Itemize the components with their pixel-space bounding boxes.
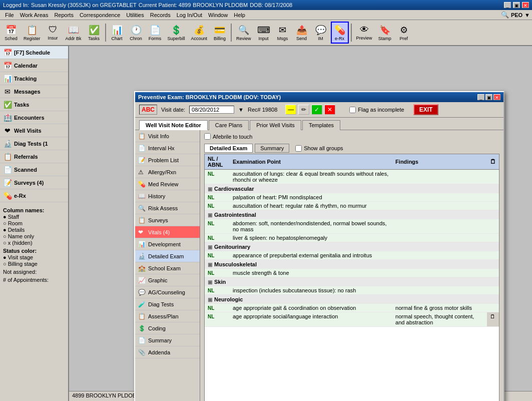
table-row[interactable]: NL palpation of heart: PMI nondisplaced <box>205 193 499 202</box>
tab-care-plans[interactable]: Care Plans <box>209 120 249 130</box>
table-row[interactable]: NL auscultation of lungs: clear & equal … <box>205 170 499 184</box>
sidebar-item-encounters[interactable]: 🏥 Encounters <box>0 111 68 124</box>
nav-graphic[interactable]: 📈 Graphic <box>135 274 200 286</box>
sidebar-item-well-visits[interactable]: ❤ Well Visits <box>0 124 68 137</box>
pref-button[interactable]: ⚙ Pref <box>395 22 413 44</box>
sidebar-item-erx[interactable]: 💊 e-Rx <box>0 189 68 202</box>
flag-yellow-button[interactable]: — <box>285 105 296 115</box>
forms-button[interactable]: 📄 Forms <box>146 22 164 44</box>
menu-utilities[interactable]: Utilities <box>123 12 147 19</box>
chron-button[interactable]: 🕐 Chron <box>127 22 145 44</box>
sidebar-item-surveys[interactable]: 📝 Surveys (4) <box>0 176 68 189</box>
stamp-button[interactable]: 🔖 Stamp <box>376 22 394 44</box>
table-row[interactable]: NL liver & spleen: no hepatosplenomegaly <box>205 234 499 242</box>
exit-button[interactable]: EXIT <box>413 104 439 115</box>
modal-minimize-button[interactable]: _ <box>477 94 484 100</box>
staff-radio-row[interactable]: ● Staff <box>3 214 65 220</box>
spell-check-icon[interactable]: ABC <box>139 105 157 115</box>
nav-assess-plan[interactable]: 📋 Assess/Plan <box>135 310 200 322</box>
restore-button[interactable]: ▣ <box>513 2 520 8</box>
table-row[interactable]: NL inspection (includes subcutaneous tis… <box>205 286 499 295</box>
review-button[interactable]: 🔍 Review <box>234 22 254 44</box>
menu-login-out[interactable]: Log In/Out <box>174 12 205 19</box>
insur-button[interactable]: 🛡 Insur <box>44 22 62 44</box>
table-row[interactable]: NL auscultation of heart: regular rate &… <box>205 202 499 210</box>
sched-button[interactable]: 📅 Sched <box>2 22 20 44</box>
sidebar-item-calendar[interactable]: 📅 Calendar <box>0 59 68 72</box>
menu-correspondence[interactable]: Correspondence <box>77 12 123 19</box>
nav-detailed-exam[interactable]: 🔬 Detailed Exam <box>135 250 200 262</box>
billing-stage-radio[interactable]: ○ Billing stage <box>3 261 65 267</box>
sidebar-item-tracking[interactable]: 📊 Tracking <box>0 72 68 85</box>
menu-records[interactable]: Records <box>147 12 174 19</box>
sidebar-item-schedule[interactable]: 📅 [F7] Schedule <box>0 46 68 59</box>
nav-visit-info[interactable]: 📋 Visit Info <box>135 130 200 142</box>
flag-incomplete-checkbox[interactable]: Flag as incomplete <box>349 107 404 113</box>
erx-button[interactable]: 💊 e-Rx <box>331 22 349 44</box>
visit-date-input[interactable] <box>189 106 234 114</box>
table-row[interactable]: NL age appropriate social/language inter… <box>205 312 499 327</box>
account-button[interactable]: 💰 Account <box>189 22 210 44</box>
menu-window[interactable]: Window <box>205 12 231 19</box>
sidebar-item-tasks[interactable]: ✅ Tasks <box>0 98 68 111</box>
addrbook-button[interactable]: 📖 Addr Bk <box>63 22 84 44</box>
nav-interval-hx[interactable]: 📄 Interval Hx <box>135 142 200 154</box>
table-row[interactable]: NL muscle strength & tone <box>205 269 499 277</box>
superbill-button[interactable]: 💲 Superbill <box>165 22 188 44</box>
nav-ag-counseling[interactable]: 💬 AG/Counseling <box>135 286 200 298</box>
table-scroll-icon[interactable]: 🗒 <box>490 158 496 165</box>
afebrile-checkbox[interactable]: Afebrile to touch <box>204 133 253 140</box>
nav-med-review[interactable]: 💊 Med Review <box>135 178 200 190</box>
register-button[interactable]: 📋 Register <box>21 22 43 44</box>
sidebar-item-diag-tests[interactable]: 🔬 Diag Tests (1 <box>0 137 68 150</box>
sidebar-item-messages[interactable]: ✉ Messages <box>0 85 68 98</box>
tasks-button[interactable]: ✅ Tasks <box>85 22 103 44</box>
table-row[interactable]: NL age appropriate gait & coordination o… <box>205 304 499 312</box>
nav-risk-assess[interactable]: 🔍 Risk Assess <box>135 202 200 214</box>
edit-button[interactable]: ✏ <box>298 105 309 115</box>
modal-close-button[interactable]: ✕ <box>493 94 500 100</box>
nav-allergy-rxn[interactable]: ⚠ Allergy/Rxn <box>135 166 200 178</box>
tab-well-visit-note-editor[interactable]: Well Visit Note Editor <box>139 120 208 130</box>
nav-coding[interactable]: 💲 Coding <box>135 322 200 334</box>
nav-development[interactable]: 📊 Development <box>135 238 200 250</box>
show-all-groups-checkbox[interactable]: Show all groups <box>295 145 343 152</box>
subtab-summary[interactable]: Summary <box>255 144 289 153</box>
chart-button[interactable]: 📊 Chart <box>108 22 126 44</box>
details-radio-row[interactable]: ● Details <box>3 227 65 233</box>
menu-reports[interactable]: Reports <box>51 12 77 19</box>
menu-file[interactable]: File <box>2 12 17 19</box>
cancel-modal-button[interactable]: ✕ <box>324 105 335 115</box>
modal-restore-button[interactable]: ▣ <box>485 94 492 100</box>
nav-summary[interactable]: 📄 Summary <box>135 334 200 346</box>
visit-stage-radio[interactable]: ● Visit stage <box>3 254 65 260</box>
table-row[interactable]: NL abdomen: soft, nontender/nondistended… <box>205 219 499 234</box>
name-only-radio-row[interactable]: ○ Name only <box>3 233 65 239</box>
nav-problem-list[interactable]: 📝 Problem List <box>135 154 200 166</box>
im-button[interactable]: 💬 IM <box>312 22 330 44</box>
send-button[interactable]: 📤 Send <box>293 22 311 44</box>
nav-diag-tests[interactable]: 🧪 Diag Tests <box>135 298 200 310</box>
menu-help[interactable]: Help <box>231 12 248 19</box>
billing-button[interactable]: 💳 Billing <box>211 22 229 44</box>
msgs-button[interactable]: ✉ Msgs <box>274 22 292 44</box>
confirm-button[interactable]: ✓ <box>311 105 322 115</box>
tab-prior-well-visits[interactable]: Prior Well Visits <box>250 120 301 130</box>
preview-button[interactable]: 👁 Preview <box>354 22 375 44</box>
input-button[interactable]: ⌨ Input <box>255 22 273 44</box>
tab-templates[interactable]: Templates <box>302 120 340 130</box>
room-radio-row[interactable]: ○ Room <box>3 220 65 226</box>
nav-addenda[interactable]: 📎 Addenda <box>135 346 200 358</box>
sidebar-item-scanned[interactable]: 📄 Scanned <box>0 163 68 176</box>
hidden-radio-row[interactable]: ○ x (hidden) <box>3 240 65 246</box>
table-row[interactable]: NL appearance of prepubertal external ge… <box>205 251 499 260</box>
nav-surveys[interactable]: 📋 Surveys <box>135 214 200 226</box>
minimize-button[interactable]: _ <box>504 2 511 8</box>
nav-history[interactable]: 📖 History <box>135 190 200 202</box>
findings-expand-icon[interactable]: 🗒 <box>487 312 499 327</box>
nav-school-exam[interactable]: 🏫 School Exam <box>135 262 200 274</box>
menu-work-areas[interactable]: Work Areas <box>17 12 52 19</box>
close-button[interactable]: ✕ <box>522 2 529 8</box>
nav-vitals[interactable]: ❤ Vitals (4) <box>135 226 200 238</box>
sidebar-item-referrals[interactable]: 📋 Referrals <box>0 150 68 163</box>
